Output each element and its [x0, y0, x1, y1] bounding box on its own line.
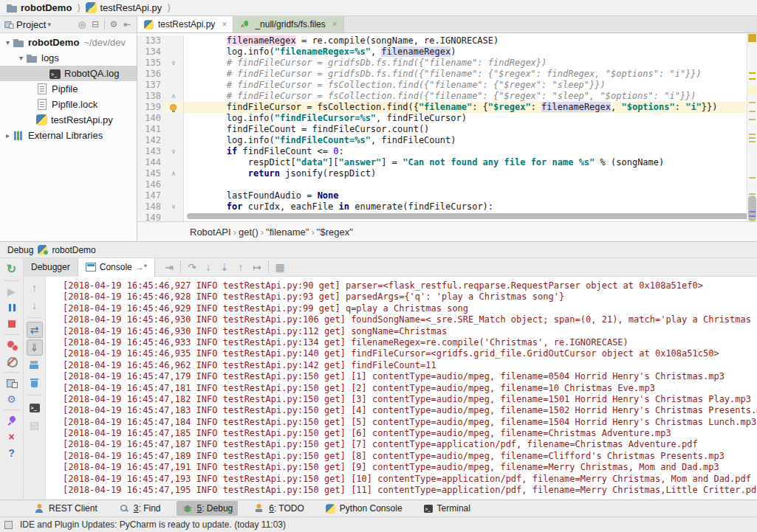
- tab-fs-files[interactable]: _null/gridfs/fs.files×: [233, 15, 343, 32]
- code-line-142: 142 log.info("findFileCount=%s", findFil…: [137, 135, 747, 146]
- tab-label: Console: [100, 262, 132, 272]
- collapse-all-icon[interactable]: ⊟: [89, 19, 102, 30]
- chevron-collapsed-icon[interactable]: ▸: [3, 131, 13, 139]
- toolwindow-button-rest-client[interactable]: REST Client: [28, 501, 103, 516]
- close-icon[interactable]: ×: [4, 429, 20, 445]
- tree-item-logs[interactable]: ▾logs: [0, 50, 137, 66]
- toolwindow-button-terminal[interactable]: Terminal: [418, 501, 476, 516]
- force-step-into-icon[interactable]: ⇣: [216, 259, 233, 275]
- breadcrumb-item[interactable]: get(): [239, 227, 258, 238]
- toolwindow-button-python-console[interactable]: Python Console: [320, 501, 408, 516]
- down-stack-icon[interactable]: ↓: [27, 297, 43, 314]
- pause-icon[interactable]: [4, 300, 20, 316]
- stripe-mark[interactable]: [749, 141, 756, 142]
- fold-marker-slot[interactable]: ∧: [164, 91, 184, 102]
- print-icon[interactable]: [27, 357, 43, 373]
- chevron-down-icon[interactable]: ▾: [47, 21, 51, 28]
- tab-debugger[interactable]: Debugger: [24, 258, 78, 277]
- toolwindow-button-todo[interactable]: 6: TODO: [248, 501, 309, 516]
- chevron-expanded-icon[interactable]: ▾: [3, 38, 13, 46]
- stripe-mark[interactable]: [749, 137, 756, 139]
- tree-item-external-libraries[interactable]: ▸External Libraries: [0, 128, 137, 143]
- stripe-mark[interactable]: [749, 193, 756, 195]
- editor-column: testRestApi.py×_null/gridfs/fs.files× 13…: [137, 16, 757, 241]
- view-layout-icon[interactable]: ▦: [272, 259, 288, 275]
- stripe-mark[interactable]: [749, 102, 756, 103]
- create-gist-icon[interactable]: ▤: [27, 417, 43, 433]
- code-editor[interactable]: 133 filenameRegex = re.compile(songName,…: [137, 33, 757, 221]
- stop-icon[interactable]: [4, 316, 20, 332]
- console-log-line: [2018-04-19 16:45:46,935 INFO testRestAp…: [63, 348, 757, 359]
- tool-window-toggle-icon[interactable]: [4, 521, 13, 529]
- tree-item-robotqa-log[interactable]: RobotQA.log: [0, 66, 137, 81]
- fold-marker-slot[interactable]: ∨: [164, 146, 184, 157]
- console-tab-icon: [86, 263, 96, 272]
- breadcrumb-item-testrestapi[interactable]: testRestApi.py: [100, 2, 162, 13]
- intention-bulb-slot[interactable]: [164, 102, 184, 113]
- resume-icon[interactable]: ▶: [4, 283, 20, 300]
- breadcrumb-item[interactable]: RobotAPI: [190, 227, 231, 238]
- stripe-mark[interactable]: [749, 219, 756, 221]
- fold-marker-slot: [164, 179, 184, 190]
- close-tab-icon[interactable]: ×: [332, 19, 338, 30]
- help-icon[interactable]: ?: [4, 445, 20, 461]
- close-tab-icon[interactable]: ×: [222, 19, 227, 30]
- tree-item-testrestapi-py[interactable]: testRestApi.py: [0, 112, 137, 128]
- inspection-status-icon[interactable]: [748, 34, 756, 42]
- stripe-mark[interactable]: [749, 119, 756, 120]
- error-stripe[interactable]: [747, 33, 757, 221]
- tree-item-pipfile[interactable]: Pipfile: [0, 81, 137, 97]
- settings-icon[interactable]: ⚙: [107, 19, 120, 30]
- step-out-icon[interactable]: ↑: [233, 259, 249, 275]
- fold-marker-slot[interactable]: ∨: [164, 58, 184, 69]
- line-number: 146: [137, 179, 164, 190]
- settings-icon[interactable]: ⚙: [4, 391, 20, 407]
- fold-marker-slot[interactable]: ∧: [164, 168, 184, 179]
- mute-breakpoints-icon[interactable]: [4, 353, 20, 370]
- vertical-scrollbar-thumb[interactable]: [748, 196, 756, 221]
- tree-item-label: Pipfile: [52, 83, 78, 94]
- tree-item-robotdemo[interactable]: ▾robotDemo~/dev/dev: [0, 35, 137, 50]
- pin-icon[interactable]: [4, 412, 20, 429]
- fold-marker-slot[interactable]: ∨: [164, 201, 184, 213]
- stripe-mark[interactable]: [749, 177, 756, 179]
- stripe-mark[interactable]: [749, 215, 756, 217]
- tab-console[interactable]: Console→*: [78, 258, 155, 277]
- project-panel-title[interactable]: Project: [16, 19, 46, 30]
- run-to-cursor-icon[interactable]: ↦: [249, 259, 265, 275]
- view-breakpoints-icon[interactable]: [4, 337, 20, 353]
- chevron-expanded-icon[interactable]: ▾: [16, 54, 26, 62]
- restore-layout-icon[interactable]: [4, 375, 20, 391]
- command-line-icon[interactable]: [27, 399, 43, 415]
- folder-icon: [6, 2, 18, 14]
- scroll-to-end-icon[interactable]: ⇓: [27, 339, 43, 356]
- toolwindow-button-find[interactable]: 3: Find: [113, 501, 166, 516]
- stripe-mark[interactable]: [749, 134, 756, 135]
- intention-bulb-icon[interactable]: [170, 104, 177, 111]
- show-execution-point-icon[interactable]: ⇥: [161, 259, 177, 275]
- soft-wrap-icon[interactable]: ⇄: [27, 322, 43, 338]
- breadcrumb-item-robotdemo[interactable]: robotDemo: [21, 2, 72, 13]
- chevron-right-icon: ⟩: [165, 2, 173, 13]
- stripe-mark[interactable]: [749, 78, 756, 80]
- breadcrumb-item[interactable]: "$regex": [317, 227, 353, 238]
- up-stack-icon[interactable]: ↑: [27, 280, 43, 296]
- stripe-mark[interactable]: [749, 211, 756, 213]
- code-line-136: 136 # findFileCursor = gridfsDb.fs.find(…: [137, 69, 747, 80]
- locate-icon[interactable]: ◎: [75, 19, 89, 30]
- toolwindow-button-debug[interactable]: 5: Debug: [177, 501, 239, 516]
- stripe-mark[interactable]: [749, 72, 756, 74]
- step-into-icon[interactable]: ↓: [200, 259, 216, 275]
- step-over-icon[interactable]: ↷: [184, 259, 200, 275]
- line-number: 137: [137, 80, 164, 91]
- rerun-icon[interactable]: ↻: [4, 260, 20, 278]
- tree-item-pipfile-lock[interactable]: Pipfile.lock: [0, 97, 137, 112]
- horizontal-scrollbar[interactable]: [187, 213, 748, 219]
- bug-icon: [182, 503, 193, 514]
- debug-console-output[interactable]: [2018-04-19 16:45:46,927 INFO testRestAp…: [46, 277, 757, 500]
- stripe-mark[interactable]: [749, 111, 756, 112]
- hide-panel-icon[interactable]: ⇤: [120, 19, 134, 30]
- breadcrumb-item[interactable]: "filename": [266, 227, 309, 238]
- clear-all-icon[interactable]: [27, 375, 43, 391]
- tab-testrestapi[interactable]: testRestApi.py×: [137, 15, 233, 32]
